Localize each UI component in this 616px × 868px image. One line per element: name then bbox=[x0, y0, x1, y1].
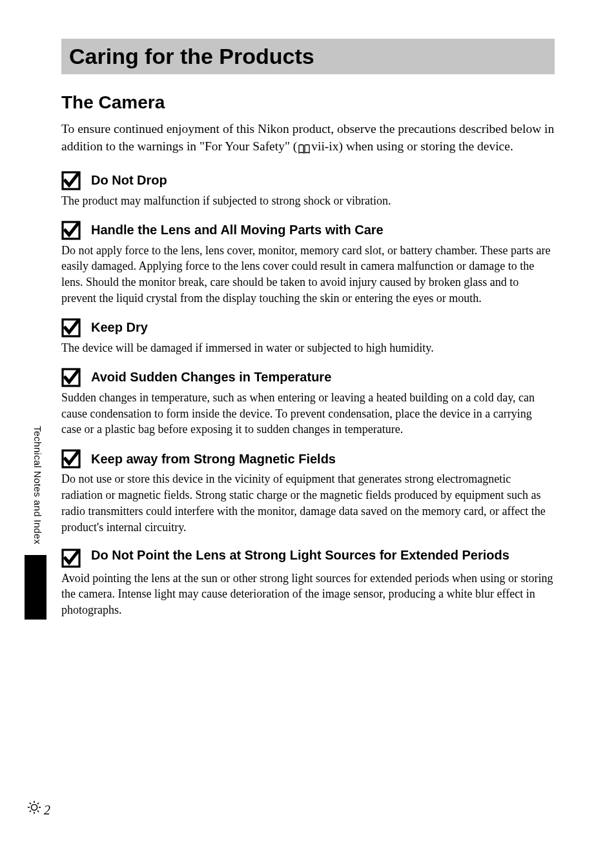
side-tab-marker bbox=[25, 555, 46, 620]
svg-line-14 bbox=[37, 803, 39, 804]
svg-point-6 bbox=[32, 805, 37, 811]
main-title-bar: Caring for the Products bbox=[61, 39, 555, 74]
callout-body: The device will be damaged if immersed i… bbox=[61, 340, 555, 356]
callout-title: Handle the Lens and All Moving Parts wit… bbox=[91, 223, 384, 237]
callout-temperature: Avoid Sudden Changes in Temperature Sudd… bbox=[61, 368, 555, 438]
callout-title: Do Not Drop bbox=[91, 173, 167, 188]
callout-header: Keep away from Strong Magnetic Fields bbox=[61, 449, 555, 469]
callout-title: Keep away from Strong Magnetic Fields bbox=[91, 452, 336, 467]
callout-body: Do not apply force to the lens, lens cov… bbox=[61, 243, 555, 307]
section-title: The Camera bbox=[61, 92, 555, 113]
callout-header: Do Not Drop bbox=[61, 171, 555, 190]
callout-body: Sudden changes in temperature, such as w… bbox=[61, 390, 555, 438]
warning-check-icon bbox=[61, 549, 81, 568]
warning-check-icon bbox=[61, 171, 81, 190]
callout-header: Keep Dry bbox=[61, 318, 555, 338]
warning-check-icon bbox=[61, 318, 81, 338]
callout-body: Do not use or store this device in the v… bbox=[61, 471, 555, 535]
callout-body: Avoid pointing the lens at the sun or ot… bbox=[61, 570, 555, 618]
callout-body: The product may malfunction if subjected… bbox=[61, 193, 555, 209]
warning-check-icon bbox=[61, 368, 81, 387]
svg-line-12 bbox=[37, 811, 39, 812]
callout-handle-lens: Handle the Lens and All Moving Parts wit… bbox=[61, 221, 555, 307]
callout-do-not-drop: Do Not Drop The product may malfunction … bbox=[61, 171, 555, 209]
svg-line-11 bbox=[30, 803, 31, 804]
callout-magnetic-fields: Keep away from Strong Magnetic Fields Do… bbox=[61, 449, 555, 535]
callout-keep-dry: Keep Dry The device will be damaged if i… bbox=[61, 318, 555, 356]
callout-header: Handle the Lens and All Moving Parts wit… bbox=[61, 221, 555, 240]
main-title: Caring for the Products bbox=[69, 44, 547, 69]
callout-title: Avoid Sudden Changes in Temperature bbox=[91, 370, 331, 385]
intro-text-part2: vii-ix) when using or storing the device… bbox=[311, 139, 513, 153]
warning-check-icon bbox=[61, 449, 81, 469]
callout-header: Avoid Sudden Changes in Temperature bbox=[61, 368, 555, 387]
page-number: 2 bbox=[44, 803, 50, 818]
callout-header: Do Not Point the Lens at Strong Light So… bbox=[61, 547, 555, 568]
page-footer: 2 bbox=[27, 800, 50, 818]
sun-gear-icon bbox=[27, 800, 41, 814]
callout-title: Do Not Point the Lens at Strong Light So… bbox=[91, 547, 509, 563]
intro-paragraph: To ensure continued enjoyment of this Ni… bbox=[61, 121, 555, 156]
warning-check-icon bbox=[61, 221, 81, 240]
svg-line-13 bbox=[30, 811, 31, 812]
callout-title: Keep Dry bbox=[91, 320, 148, 335]
callout-light-sources: Do Not Point the Lens at Strong Light So… bbox=[61, 547, 555, 618]
side-section-label: Technical Notes and Index bbox=[32, 426, 43, 544]
book-reference-icon bbox=[298, 142, 311, 152]
